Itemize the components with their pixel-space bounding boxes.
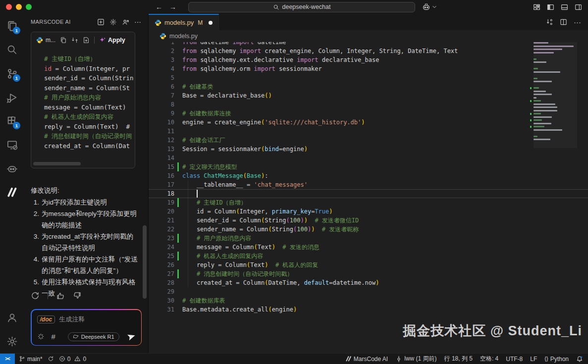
open-changes-icon[interactable] — [546, 18, 553, 26]
model-selector[interactable]: Deepseek R1 — [68, 332, 119, 341]
settings-gear-icon[interactable] — [6, 336, 18, 347]
line-number[interactable]: 10 — [149, 118, 174, 127]
thumbs-up-icon[interactable] — [56, 291, 65, 300]
marscode-logo-icon[interactable] — [345, 356, 352, 362]
line-number[interactable]: 20 — [149, 207, 174, 216]
status-item-lww1[interactable]: lww (1 周前) — [395, 355, 436, 363]
line-number[interactable]: 27 — [149, 269, 174, 278]
send-icon[interactable] — [127, 332, 136, 341]
minimize-button[interactable] — [16, 4, 22, 10]
code-line-10[interactable]: 10engine = create_engine('sqlite:///chat… — [149, 118, 588, 127]
activity-item-files[interactable]: 1 — [0, 14, 24, 38]
activity-item-extensions[interactable]: 1 — [0, 109, 24, 133]
line-number[interactable]: 12 — [149, 136, 174, 145]
line-number[interactable]: 17 — [149, 180, 174, 189]
status-item-lf[interactable]: LF — [530, 356, 537, 363]
code-line-8[interactable]: 8 — [149, 100, 588, 109]
line-number[interactable]: 3 — [149, 55, 174, 64]
search-icon[interactable] — [6, 44, 17, 55]
forward-arrow-icon[interactable]: → — [169, 3, 176, 11]
back-arrow-icon[interactable]: ← — [156, 3, 162, 11]
diff-icon[interactable] — [71, 37, 78, 44]
line-number[interactable]: 19 — [149, 198, 174, 207]
line-number[interactable]: 11 — [149, 127, 174, 136]
code-line-20[interactable]: 20 id = Column(Integer, primary_key=True… — [149, 207, 588, 216]
maximize-button[interactable] — [26, 4, 32, 10]
commit-icon[interactable] — [395, 356, 402, 363]
code-line-7[interactable]: 7Base = declarative_base() — [149, 91, 588, 100]
hash-icon[interactable]: # — [52, 333, 55, 340]
code-line-25[interactable]: 25 # 机器人生成的回复内容 — [149, 252, 588, 260]
status-item-185[interactable]: 行 18, 列 5 — [444, 355, 473, 363]
code-line-6[interactable]: 6# 创建基类 — [149, 82, 588, 91]
line-number[interactable]: 30 — [149, 296, 174, 305]
sparkle-burst-icon[interactable] — [37, 333, 45, 340]
code-line-23[interactable]: 23 # 用户原始消息内容 — [149, 234, 588, 243]
activity-item-remote-explorer[interactable] — [0, 133, 24, 156]
marscode-icon[interactable] — [6, 186, 18, 198]
line-number[interactable]: 28 — [149, 278, 174, 287]
code-line-13[interactable]: 13Session = sessionmaker(bind=engine) — [149, 145, 588, 154]
line-number[interactable]: 18 — [149, 189, 174, 198]
code-line-16[interactable]: 16class ChatMessage(Base): — [149, 171, 588, 180]
status-item-marscodeai[interactable]: MarsCode AI — [345, 356, 388, 363]
chevron-down-icon[interactable] — [432, 4, 437, 9]
chat-bot-icon[interactable] — [6, 163, 18, 174]
remote-explorer-icon[interactable] — [6, 139, 18, 151]
card-code-diff[interactable]: # 主键ID（自增）id = Column(Integer, prsender_… — [31, 48, 135, 151]
copy-icon[interactable] — [60, 37, 67, 44]
code-line-14[interactable]: 14 — [149, 154, 588, 162]
activity-item-marscode[interactable] — [0, 180, 24, 204]
minimap[interactable] — [534, 42, 577, 150]
code-line-15[interactable]: 15# 定义聊天消息模型 — [149, 162, 588, 171]
more-actions-icon[interactable]: ··· — [574, 18, 581, 26]
code-line-17[interactable]: 17 __tablename__ = 'chat_messages' — [149, 180, 588, 189]
code-line-31[interactable]: 31Base.metadata.create_all(engine) — [149, 305, 588, 314]
line-number[interactable]: 9 — [149, 109, 174, 118]
line-number[interactable]: 2 — [149, 47, 174, 55]
split-editor-icon[interactable] — [560, 18, 567, 26]
code-line-19[interactable]: 19 # 主键ID（自增） — [149, 198, 588, 207]
breadcrumb[interactable]: models.py — [149, 30, 588, 42]
line-number[interactable]: 13 — [149, 145, 174, 154]
unsaved-dot[interactable] — [209, 21, 213, 25]
copilot-robot-icon[interactable] — [422, 3, 437, 11]
code-line-12[interactable]: 12# 创建会话工厂 — [149, 136, 588, 145]
line-number[interactable]: 6 — [149, 82, 174, 91]
code-line-9[interactable]: 9# 创建数据库连接 — [149, 109, 588, 118]
code-line-18[interactable]: 18 — [149, 189, 588, 198]
regenerate-icon[interactable] — [31, 291, 40, 300]
activity-item-run-debug[interactable] — [0, 85, 24, 109]
activity-item-account[interactable] — [0, 306, 24, 329]
code-line-11[interactable]: 11 — [149, 127, 588, 136]
problems-status[interactable]: 0 0 — [59, 356, 86, 363]
code-line-30[interactable]: 30# 创建数据库表 — [149, 296, 588, 305]
code-line-22[interactable]: 22 sender_name = Column(String(100)) # 发… — [149, 225, 588, 234]
activity-item-settings-gear[interactable] — [0, 329, 24, 353]
card-horizontal-scrollbar[interactable] — [33, 162, 81, 165]
panel-right-icon[interactable] — [575, 3, 582, 11]
line-number[interactable]: 1 — [149, 42, 174, 47]
line-number[interactable]: 29 — [149, 287, 174, 296]
doc-command-chip[interactable]: /doc — [37, 315, 55, 323]
apply-button[interactable]: Apply — [99, 37, 125, 44]
code-line-26[interactable]: 26 reply = Column(Text) # 机器人的回复 — [149, 260, 588, 269]
line-number[interactable]: 25 — [149, 252, 174, 260]
activity-item-search[interactable] — [0, 38, 24, 61]
code-line-29[interactable]: 29 — [149, 287, 588, 296]
chat-input-box[interactable]: /doc 生成注释 # Deepseek R1 — [31, 309, 142, 346]
tab-models-py[interactable]: models.py M — [149, 14, 219, 30]
bell-icon[interactable] — [576, 356, 583, 363]
account-icon[interactable] — [6, 312, 18, 323]
robot-face-icon[interactable] — [422, 3, 430, 11]
activity-item-chat-bot[interactable] — [0, 156, 24, 180]
code-line-24[interactable]: 24 message = Column(Text) # 发送的消息 — [149, 243, 588, 252]
braces-icon[interactable]: {} — [544, 356, 548, 362]
code-editor[interactable]: 1from datetime import datetime2from sqla… — [149, 42, 588, 353]
code-line-28[interactable]: 28 created_at = Column(DateTime, default… — [149, 278, 588, 287]
new-chat-icon[interactable] — [97, 18, 105, 26]
line-number[interactable]: 26 — [149, 260, 174, 269]
sidebar-scrollbar[interactable] — [143, 225, 147, 299]
code-line-1[interactable]: 1from datetime import datetime — [149, 42, 588, 47]
branch-status[interactable]: main* — [19, 356, 54, 363]
